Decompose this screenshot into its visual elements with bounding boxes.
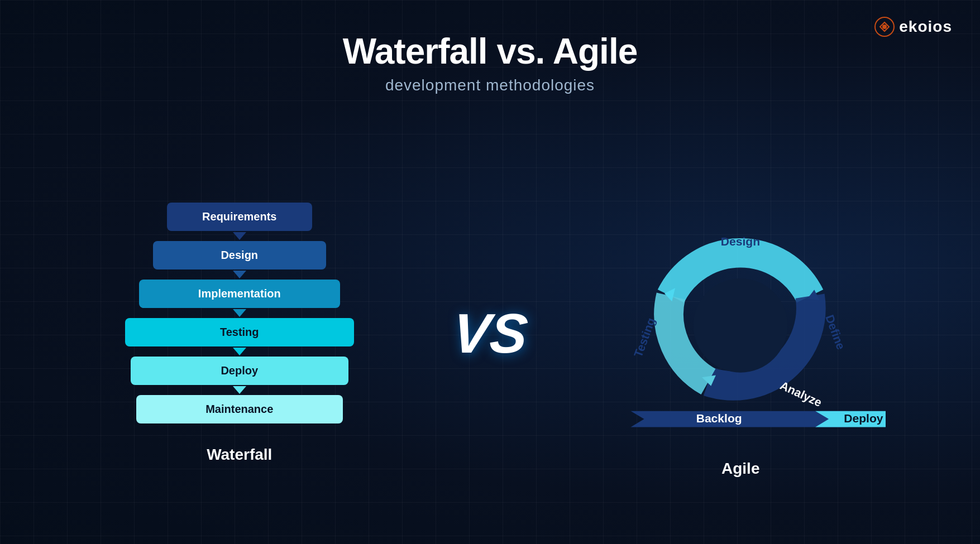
svg-text:Deploy: Deploy	[844, 411, 884, 424]
vs-text: VS	[451, 308, 529, 358]
vs-bolt: VS	[453, 308, 527, 358]
agile-diagram: Design Define Testing Analyze Backlog De…	[595, 189, 886, 446]
agile-section: Design Define Testing Analyze Backlog De…	[535, 189, 947, 478]
wf-step-deploy: Deploy	[131, 357, 348, 395]
diagram-area: Requirements Design Implementation Testi…	[0, 122, 980, 544]
wf-arrow-3	[233, 309, 246, 317]
wf-arrow-2	[233, 271, 246, 278]
waterfall-steps: Requirements Design Implementation Testi…	[125, 203, 354, 423]
wf-box-deploy: Deploy	[131, 357, 348, 385]
wf-box-maintenance: Maintenance	[136, 395, 343, 423]
main-title: Waterfall vs. Agile	[343, 31, 638, 72]
agile-label: Agile	[721, 460, 759, 478]
svg-text:Define: Define	[823, 312, 848, 350]
wf-arrow-4	[233, 348, 246, 355]
wf-arrow-5	[233, 386, 246, 394]
waterfall-section: Requirements Design Implementation Testi…	[34, 203, 446, 464]
wf-arrow-1	[233, 232, 246, 240]
header: Waterfall vs. Agile development methodol…	[343, 0, 638, 94]
wf-step-requirements: Requirements	[167, 203, 312, 241]
svg-text:Design: Design	[721, 234, 760, 247]
waterfall-label: Waterfall	[207, 446, 272, 464]
wf-box-design: Design	[153, 241, 326, 269]
main-content: ekoios Waterfall vs. Agile development m…	[0, 0, 980, 544]
svg-point-5	[694, 278, 788, 373]
wf-step-implementation: Implementation	[139, 280, 340, 318]
svg-point-1	[882, 25, 887, 29]
wf-box-requirements: Requirements	[167, 203, 312, 231]
svg-text:Analyze: Analyze	[778, 378, 824, 409]
wf-box-implementation: Implementation	[139, 280, 340, 308]
logo-icon	[874, 17, 895, 37]
svg-text:Testing: Testing	[632, 316, 658, 359]
wf-step-testing: Testing	[125, 318, 354, 357]
sub-title: development methodologies	[343, 76, 638, 94]
agile-svg: Design Define Testing Analyze Backlog De…	[595, 189, 886, 446]
wf-step-maintenance: Maintenance	[136, 395, 343, 423]
vs-separator: VS	[446, 308, 535, 358]
svg-text:Backlog: Backlog	[696, 411, 742, 424]
wf-step-design: Design	[153, 241, 326, 280]
wf-box-testing: Testing	[125, 318, 354, 346]
logo-text: ekoios	[899, 18, 952, 36]
logo: ekoios	[874, 17, 952, 37]
